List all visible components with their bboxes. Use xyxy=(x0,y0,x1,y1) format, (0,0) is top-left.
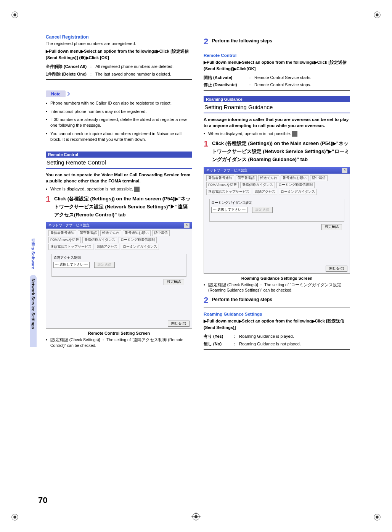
tab[interactable]: 発信者番号通知 xyxy=(206,175,234,181)
tab[interactable]: 番号通知お願い xyxy=(281,175,308,181)
tab[interactable]: 発信者番号通知 xyxy=(48,230,76,236)
remote-when-list: When is displayed, operation is not poss… xyxy=(46,186,192,192)
term: 無し (No) xyxy=(204,341,230,347)
roaming-settings-instr: ▶Pull down menu▶Select an option from th… xyxy=(204,318,350,330)
step-number: 1 xyxy=(46,195,54,219)
settings-frame: ローミングガイダンス設定 --- 選択して下さい --- 設定送信 xyxy=(209,199,344,222)
roaming-settings-subheading: Roaming Guidance Settings xyxy=(204,312,350,316)
tab[interactable]: 遠隔アクセス xyxy=(253,189,277,195)
roaming-intro: A message informing a caller that you ar… xyxy=(204,116,350,129)
option-dropdown[interactable]: --- 選択して下さい --- xyxy=(53,262,90,268)
step-2b: 2 Perform the following steps xyxy=(204,296,350,305)
term: 有り (Yes) xyxy=(204,334,230,339)
tab[interactable]: 発着信時ガイダンス xyxy=(82,237,117,243)
tab[interactable]: 迷惑電話ストップサービス xyxy=(206,189,251,195)
tab[interactable]: FOMA/movaを切替 xyxy=(48,237,81,243)
tab[interactable]: 番号通知お願い xyxy=(123,230,151,236)
check-settings-button[interactable]: 設定確認 xyxy=(164,279,184,285)
tab[interactable]: 発着信時ガイダンス xyxy=(240,182,275,188)
window-title: ネットワークサービス設定 xyxy=(206,168,247,173)
frame-label: 遠隔アクセス制御 xyxy=(53,256,185,260)
step-number: 1 xyxy=(204,140,212,163)
tab[interactable]: ローミング時着信規制 xyxy=(119,237,157,243)
cancel-registration-heading: Cancel Registration xyxy=(46,34,192,40)
roaming-settings-table: 有り (Yes) ： Roaming Guidance is played. 無… xyxy=(204,334,350,347)
svg-point-1 xyxy=(13,13,16,16)
roaming-guidance-header: Roaming Guidance xyxy=(204,96,350,102)
svg-point-5 xyxy=(13,516,16,518)
close-button[interactable]: 閉じる(C) xyxy=(168,321,190,327)
remote-settings-instr: ▶Pull down menu▶Select an option from th… xyxy=(204,59,350,72)
side-tab: Utility Software Network Service Setting… xyxy=(30,233,38,351)
tab[interactable]: 留守番電話 xyxy=(78,230,99,236)
step-2: 2 Perform the following steps xyxy=(204,37,350,46)
definition: Remote Control Service starts. xyxy=(254,75,312,81)
term: 停止 (Deactivate) xyxy=(204,82,246,88)
list-item: [設定確認 (Check Settings)] ： The setting of… xyxy=(46,337,192,348)
divider xyxy=(46,146,192,146)
list-item: When is displayed, operation is not poss… xyxy=(204,131,350,137)
remote-control-screenshot: ネットワークサービス設定 × 発信者番号通知 留守番電話 転送でんわ 番号通知お… xyxy=(46,222,192,329)
close-icon[interactable]: × xyxy=(342,168,347,173)
list-item: If 30 numbers are already registered, de… xyxy=(46,117,192,129)
frame-label: ローミングガイダンス設定 xyxy=(211,201,342,205)
option-dropdown[interactable]: --- 選択して下さい --- xyxy=(211,207,247,213)
remote-control-intro: You can set to operate the Voice Mail or… xyxy=(46,172,192,184)
registration-mark-icon xyxy=(191,512,201,521)
remote-control-subheading: Remote Control xyxy=(204,53,350,58)
tab[interactable]: 遠隔アクセス xyxy=(95,244,119,250)
left-column: Cancel Registration The registered phone… xyxy=(46,34,192,353)
table-row: 無し (No) ： Roaming Guidance is not played… xyxy=(204,341,350,347)
tab[interactable]: 転送でんわ xyxy=(100,230,121,236)
term: 開始 (Activate) xyxy=(204,75,246,81)
check-settings-button[interactable]: 設定確認 xyxy=(321,224,342,230)
remote-control-header: Remote Control xyxy=(46,152,192,158)
close-icon[interactable]: × xyxy=(184,223,190,228)
definition: All registered phone numbers are deleted… xyxy=(95,64,174,69)
send-settings-button[interactable]: 設定送信 xyxy=(252,207,273,213)
registration-mark-icon xyxy=(11,11,19,19)
term: 全件解除 (Cancel All) xyxy=(46,64,87,69)
right-column: 2 Perform the following steps Remote Con… xyxy=(204,34,350,353)
page-number: 70 xyxy=(38,495,47,505)
table-row: 停止 (Deactivate) ： Remote Control Service… xyxy=(204,82,350,88)
step-body: Click (各種設定 (Settings)) on the Main scre… xyxy=(54,195,192,219)
tab[interactable]: ローミングガイダンス xyxy=(121,244,159,250)
tab[interactable]: 転送でんわ xyxy=(258,175,279,181)
definition: Remote Control Service stops. xyxy=(254,82,311,88)
side-tab-lower: Network Service Settings xyxy=(30,275,37,347)
svg-point-7 xyxy=(376,516,378,518)
definition: The last saved phone number is deleted. xyxy=(95,71,171,77)
svg-point-3 xyxy=(376,13,378,16)
definition: Roaming Guidance is played. xyxy=(239,334,294,339)
remote-control-title: Setting Remote Control xyxy=(46,158,192,169)
step-body: Click (各種設定 (Settings)) on the Main scre… xyxy=(212,140,350,163)
cancel-reg-table: 全件解除 (Cancel All) ： All registered phone… xyxy=(46,64,192,77)
remote-sub-list: [設定確認 (Check Settings)] ： The setting of… xyxy=(46,337,192,348)
step-number: 2 xyxy=(204,296,212,305)
step-number: 2 xyxy=(204,37,212,46)
close-button[interactable]: 閉じる(C) xyxy=(326,266,347,272)
send-settings-button[interactable]: 設定送信 xyxy=(94,262,115,268)
tab[interactable]: FOMA/movaを切替 xyxy=(206,182,239,188)
table-row: 有り (Yes) ： Roaming Guidance is played. xyxy=(204,334,350,339)
side-tab-upper: Utility Software xyxy=(30,233,37,275)
tab[interactable]: ローミングガイダンス xyxy=(279,189,317,195)
tab[interactable]: 話中着信 xyxy=(310,175,328,181)
tab[interactable]: ローミング時着信規制 xyxy=(276,182,315,188)
registration-mark-icon xyxy=(373,513,381,521)
registration-mark-icon xyxy=(373,11,381,19)
table-row: 全件解除 (Cancel All) ： All registered phone… xyxy=(46,64,192,69)
tab[interactable]: 迷惑電話ストップサービス xyxy=(48,244,93,250)
divider xyxy=(204,90,350,91)
list-item: You cannot check or inquire about number… xyxy=(46,131,192,143)
roaming-sub-list: [設定確認 (Check Settings)] ： The setting of… xyxy=(204,282,350,293)
tab[interactable]: 話中着信 xyxy=(152,230,170,236)
tab[interactable]: 留守番電話 xyxy=(236,175,257,181)
remote-settings-table: 開始 (Activate) ： Remote Control Service s… xyxy=(204,75,350,88)
screenshot-caption: Roaming Guidance Settings Screen xyxy=(204,276,350,281)
window-titlebar: ネットワークサービス設定 × xyxy=(46,222,192,229)
registration-mark-icon xyxy=(11,513,19,521)
divider xyxy=(204,349,350,350)
step-1: 1 Click (各種設定 (Settings)) on the Main sc… xyxy=(46,195,192,219)
